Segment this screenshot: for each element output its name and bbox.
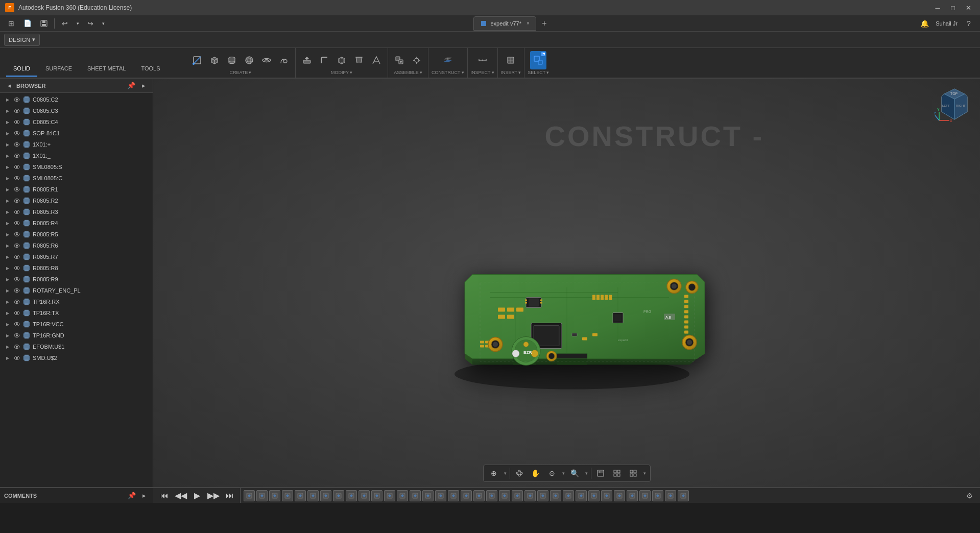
visibility-icon[interactable] xyxy=(13,130,20,137)
visibility-icon[interactable] xyxy=(13,242,20,249)
zoom-magnify-icon[interactable]: 🔍 xyxy=(568,467,582,480)
grid-display-icon[interactable] xyxy=(610,467,624,480)
cylinder-button[interactable] xyxy=(224,51,240,69)
visibility-icon[interactable] xyxy=(13,141,20,148)
browser-item[interactable]: ▶ 1X01:+ xyxy=(0,139,153,150)
snap-icon[interactable]: ⊕ xyxy=(487,467,501,480)
inspect-label[interactable]: INSPECT ▾ xyxy=(471,70,494,76)
orbit-icon[interactable] xyxy=(512,467,527,480)
timeline-thumb[interactable] xyxy=(524,490,536,501)
timeline-thumb[interactable] xyxy=(307,490,319,501)
browser-item[interactable]: ▶ C0805:C2 xyxy=(0,94,153,105)
fillet-button[interactable] xyxy=(316,51,332,69)
timeline-thumb[interactable] xyxy=(512,490,523,501)
timeline-thumb[interactable] xyxy=(295,490,306,501)
help-icon[interactable]: ? xyxy=(962,17,976,30)
insert-label[interactable]: INSERT ▾ xyxy=(501,70,521,76)
timeline-thumb[interactable] xyxy=(614,490,625,501)
view-options-icon[interactable] xyxy=(626,467,640,480)
browser-item[interactable]: ▶ R0805:R6 xyxy=(0,240,153,251)
visibility-icon[interactable] xyxy=(13,264,20,272)
timeline-thumb[interactable] xyxy=(473,490,485,501)
tab-close-button[interactable]: × xyxy=(527,20,530,26)
browser-item[interactable]: ▶ R0805:R4 xyxy=(0,217,153,229)
timeline-thumb[interactable] xyxy=(346,490,357,501)
browser-collapse-button[interactable]: ◂ xyxy=(4,81,14,91)
timeline-thumb[interactable] xyxy=(499,490,510,501)
visibility-icon[interactable] xyxy=(13,343,20,350)
visibility-icon[interactable] xyxy=(13,253,20,260)
timeline-thumb[interactable] xyxy=(461,490,472,501)
timeline-thumb[interactable] xyxy=(333,490,344,501)
browser-options-button[interactable]: ▸ xyxy=(138,81,149,91)
visibility-icon[interactable] xyxy=(13,298,20,305)
timeline-thumb[interactable] xyxy=(576,490,587,501)
create-label[interactable]: CREATE ▾ xyxy=(230,70,252,76)
select-label[interactable]: SELECT ▾ xyxy=(528,70,549,76)
insert-mesh-button[interactable] xyxy=(503,51,519,69)
visibility-icon[interactable] xyxy=(13,197,20,204)
timeline-thumb[interactable] xyxy=(269,490,280,501)
modify-label[interactable]: MODIFY ▾ xyxy=(331,70,352,76)
browser-item[interactable]: ▶ SML0805:C xyxy=(0,173,153,184)
tab-tools[interactable]: TOOLS xyxy=(134,61,167,77)
timeline-settings-button[interactable]: ⚙ xyxy=(963,489,976,502)
tab-sheet-metal[interactable]: SHEET METAL xyxy=(80,61,133,77)
tab-surface[interactable]: SURFACE xyxy=(38,61,79,77)
browser-item[interactable]: ▶ SOP-8:IC1 xyxy=(0,128,153,139)
timeline-thumb[interactable] xyxy=(244,490,255,501)
timeline-thumb[interactable] xyxy=(358,490,370,501)
visibility-icon[interactable] xyxy=(13,152,20,159)
visibility-icon[interactable] xyxy=(13,107,20,114)
timeline-thumb[interactable] xyxy=(639,490,651,501)
pan-icon[interactable]: ✋ xyxy=(529,467,543,480)
measure-button[interactable] xyxy=(474,51,491,69)
visibility-icon[interactable] xyxy=(13,186,20,193)
timeline-thumb[interactable] xyxy=(320,490,331,501)
browser-item[interactable]: ▶ R0805:R3 xyxy=(0,206,153,217)
browser-pin-button[interactable]: 📌 xyxy=(126,81,136,91)
timeline-thumb[interactable] xyxy=(448,490,459,501)
browser-item[interactable]: ▶ TP16R:RX xyxy=(0,296,153,307)
maximize-button[interactable]: □ xyxy=(946,3,960,13)
navigation-cube[interactable]: TOP RIGHT LEFT X Y Z xyxy=(934,84,975,125)
new-component-button[interactable] xyxy=(391,51,408,69)
timeline-thumb[interactable] xyxy=(371,490,383,501)
joint-button[interactable] xyxy=(409,51,425,69)
undo-icon[interactable]: ↩ xyxy=(58,17,72,30)
new-file-icon[interactable]: 📄 xyxy=(20,17,35,30)
browser-item[interactable]: ▶ TP16R:TX xyxy=(0,307,153,319)
browser-item[interactable]: ▶ C0805:C4 xyxy=(0,116,153,128)
shell-button[interactable] xyxy=(333,51,350,69)
timeline-thumb[interactable] xyxy=(665,490,676,501)
zoom-fit-icon[interactable]: ⊙ xyxy=(545,467,559,480)
tab-solid[interactable]: SOLID xyxy=(6,61,37,77)
visibility-icon[interactable] xyxy=(13,321,20,328)
timeline-thumb[interactable] xyxy=(435,490,446,501)
timeline-thumb[interactable] xyxy=(652,490,663,501)
timeline-play-button[interactable]: ▶ xyxy=(190,489,204,503)
assemble-label[interactable]: ASSEMBLE ▾ xyxy=(394,70,422,76)
visibility-icon[interactable] xyxy=(13,287,20,294)
minimize-button[interactable]: ─ xyxy=(931,3,944,13)
visibility-icon[interactable] xyxy=(13,118,20,126)
timeline-thumb[interactable] xyxy=(282,490,293,501)
timeline-thumb[interactable] xyxy=(563,490,574,501)
timeline-thumb[interactable] xyxy=(588,490,600,501)
box-button[interactable] xyxy=(206,51,223,69)
close-button[interactable]: ✕ xyxy=(962,3,975,13)
browser-item[interactable]: ▶ R0805:R2 xyxy=(0,195,153,206)
visibility-icon[interactable] xyxy=(13,96,20,103)
timeline-thumb[interactable] xyxy=(678,490,689,501)
timeline-step-back-button[interactable]: ◀◀ xyxy=(174,489,188,503)
visibility-icon[interactable] xyxy=(13,208,20,215)
browser-item[interactable]: ▶ TP16R:VCC xyxy=(0,319,153,330)
redo-icon[interactable]: ↪ xyxy=(83,17,98,30)
timeline-thumb[interactable] xyxy=(256,490,268,501)
timeline-thumb[interactable] xyxy=(422,490,434,501)
save-icon[interactable] xyxy=(37,17,51,30)
timeline-thumb[interactable] xyxy=(537,490,548,501)
browser-item[interactable]: ▶ R0805:R8 xyxy=(0,262,153,274)
timeline-thumb[interactable] xyxy=(601,490,612,501)
add-tab-button[interactable]: + xyxy=(538,17,551,30)
